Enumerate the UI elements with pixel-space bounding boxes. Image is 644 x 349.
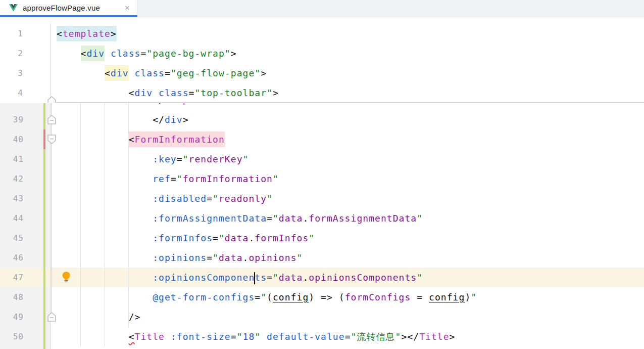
code-line[interactable]: 50 <Title :font-size="18" default-value=… (0, 327, 644, 346)
line-number: 50 (0, 327, 51, 346)
code-token: ( (333, 292, 345, 302)
code-token: < (81, 46, 87, 61)
code-line[interactable]: 42 ref="formInformation" (0, 169, 644, 189)
code-token: > (111, 26, 117, 41)
fold-end-icon[interactable] (47, 312, 56, 322)
code-token: = (207, 193, 213, 204)
code-token: " (213, 252, 219, 263)
code-token: > (183, 114, 189, 125)
code-line[interactable]: 1<template> (0, 24, 644, 43)
line-number: 42 (0, 169, 51, 189)
code-token: " (243, 154, 249, 164)
code-token: formInformation (183, 173, 273, 184)
code-token: Title (419, 331, 449, 342)
code-token: opinionsComponents (309, 272, 417, 283)
code-token: div (86, 46, 105, 61)
fold-end-icon-clipped[interactable] (47, 96, 56, 103)
code-line-partial[interactable]: </a-space> (0, 103, 644, 110)
code-token: </ (153, 114, 165, 125)
fold-start-icon[interactable] (47, 135, 56, 144)
code-token: class (159, 88, 188, 98)
code-token: . (303, 213, 309, 224)
code-token (129, 68, 135, 78)
code-token: = (213, 233, 219, 243)
code-line-text: ref="formInformation" (51, 169, 644, 189)
code-line[interactable]: 40 <FormInformation (0, 129, 644, 149)
code-token: data (225, 233, 249, 243)
code-line[interactable]: 48 @get-form-configs="(config) => (formC… (0, 287, 644, 307)
code-line-text: <div class="geg-flow-page"> (51, 63, 644, 83)
code-token: " (273, 173, 279, 184)
code-line[interactable]: 4 <div class="top-toolbar"> (0, 83, 644, 103)
tab-approveflowpage[interactable]: approveFlowPage.vue × (0, 0, 137, 17)
code-token (57, 88, 129, 98)
code-line[interactable]: 44 :formAssignmentData="data.formAssignm… (0, 208, 644, 228)
code-token: renderKey (189, 154, 243, 164)
line-number: 43 (0, 189, 51, 208)
line-number: 49 (0, 307, 51, 327)
code-token: => (321, 292, 333, 302)
line-number: 4 (0, 83, 51, 103)
code-token: " (297, 252, 303, 263)
code-token: formAssignmentData (309, 213, 417, 224)
indent-guide (80, 103, 81, 346)
code-token: :disabled (153, 193, 207, 204)
indent-guide (105, 103, 105, 346)
code-area[interactable]: </a-space>39 </div>40 <FormInformation41… (0, 103, 644, 346)
indent-guide (128, 103, 129, 327)
code-token: < (105, 65, 111, 81)
code-token: = (411, 292, 429, 302)
code-line[interactable]: 2 <div class="page-bg-wrap"> (0, 43, 644, 63)
code-token: " (237, 331, 243, 342)
code-token (57, 331, 129, 342)
vue-logo-icon (9, 4, 18, 12)
code-token: FormInformation (135, 132, 225, 147)
code-token: = (177, 154, 183, 164)
code-line-text: /> (51, 307, 644, 327)
code-token: " (273, 272, 279, 283)
code-line[interactable]: 49 /> (0, 307, 644, 327)
code-token: </ (407, 331, 419, 342)
code-token: < (57, 26, 63, 41)
code-token: class (135, 68, 165, 78)
lightbulb-intention-icon[interactable] (61, 271, 71, 283)
code-token: " (177, 173, 183, 184)
code-line-text: <FormInformation (51, 129, 644, 149)
code-token: " (183, 154, 189, 164)
code-line[interactable]: 39 </div> (0, 110, 644, 129)
code-line[interactable]: 47 :opinionsComponents="data.opinionsCom… (0, 268, 644, 287)
code-token (165, 331, 171, 342)
code-line-text: :opinionsComponents="data.opinionsCompon… (51, 268, 644, 287)
sticky-lines-panel: 1<template>2 <div class="page-bg-wrap">3… (0, 17, 644, 103)
code-token: > (207, 103, 213, 105)
code-token: div (135, 88, 153, 98)
code-token (57, 312, 129, 322)
code-token: div (111, 65, 129, 81)
code-token: = (231, 331, 237, 342)
code-token: . (249, 233, 255, 243)
code-token: > (231, 48, 237, 59)
code-line[interactable]: 3 <div class="geg-flow-page"> (0, 63, 644, 83)
code-token: " (261, 292, 267, 302)
code-token: = (189, 88, 195, 98)
code-token: ) (309, 292, 315, 302)
code-line[interactable]: 46 :opinions="data.opinions" (0, 248, 644, 268)
code-token: :formAssignmentData (153, 213, 267, 224)
line-number: 46 (0, 248, 51, 268)
code-line[interactable]: 41 :key="renderKey" (0, 149, 644, 169)
code-token: :opinionsComponen (153, 272, 255, 283)
code-token: " (255, 331, 261, 342)
fold-end-icon[interactable] (47, 115, 56, 124)
close-icon[interactable]: × (125, 4, 130, 12)
code-token: opinions (249, 252, 296, 263)
line-number (0, 103, 51, 110)
code-token: 18 (243, 331, 255, 342)
code-token: > (261, 68, 267, 78)
code-token: = (345, 331, 351, 342)
code-line[interactable]: 45 :formInfos="data.formInfos" (0, 228, 644, 248)
code-token: :formInfos (153, 233, 213, 243)
code-line-text: <template> (51, 24, 644, 43)
code-token: data (279, 213, 303, 224)
code-line[interactable]: 43 :disabled="readonly" (0, 189, 644, 208)
code-line-text: </a-space> (51, 103, 644, 110)
